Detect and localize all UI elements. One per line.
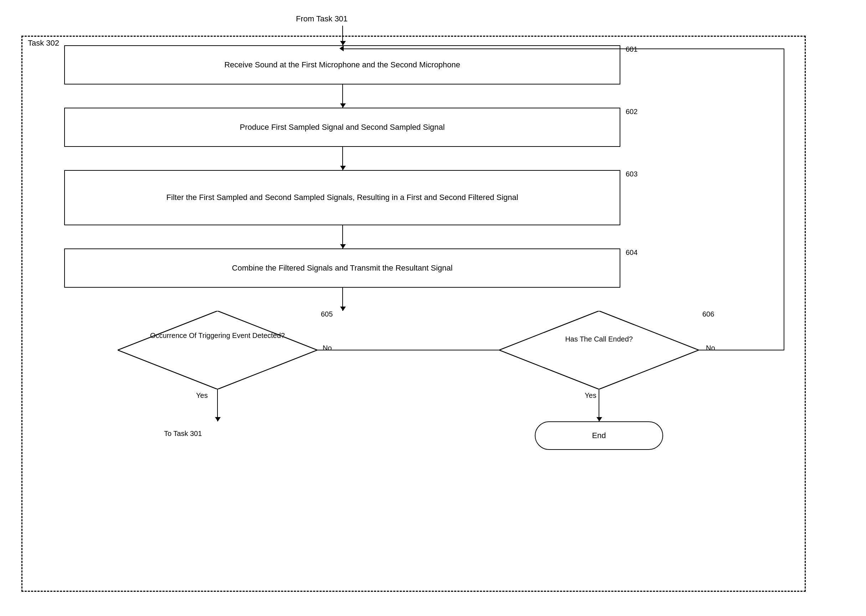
from-task-label: From Task 301 [296,14,347,24]
diamond-606: Has The Call Ended? [499,311,699,389]
diamond-605: Occurrence Of Triggering Event Detected? [118,311,317,389]
ref-602: 602 [626,108,638,116]
arrow-603-to-604 [342,225,343,248]
diamond-605-svg [118,311,317,389]
arrow-602-to-603 [342,147,343,170]
arrow-605-no [317,350,510,350]
label-no-605: No [323,344,332,352]
arrow-601-to-602 [342,85,343,108]
label-yes-605: Yes [196,391,208,400]
task-302-label: Task 302 [28,39,59,48]
label-no-606: No [706,344,715,352]
ref-604: 604 [626,248,638,257]
end-oval: End [535,421,663,450]
line-no-606-up [784,49,784,350]
arrow-604-to-605 [342,288,343,311]
to-task-301-label: To Task 301 [164,429,202,438]
diamond-606-svg [499,311,699,389]
ref-601: 601 [626,45,638,53]
ref-603: 603 [626,170,638,178]
ref-605: 605 [321,310,333,318]
arrowhead-loop [339,46,344,51]
box-602: Produce First Sampled Signal and Second … [64,108,620,147]
box-604: Combine the Filtered Signals and Transmi… [64,248,620,288]
label-yes-606: Yes [585,391,596,400]
diagram-container: From Task 301 Task 302 Receive Sound at … [21,14,841,602]
svg-marker-1 [499,311,699,389]
line-no-606-left [344,49,784,49]
svg-marker-0 [118,311,317,389]
box-603: Filter the First Sampled and Second Samp… [64,170,620,225]
ref-606: 606 [703,310,714,318]
arrow-605-yes [217,389,218,421]
line-no-606-right [699,350,784,350]
arrow-606-yes [599,389,599,421]
